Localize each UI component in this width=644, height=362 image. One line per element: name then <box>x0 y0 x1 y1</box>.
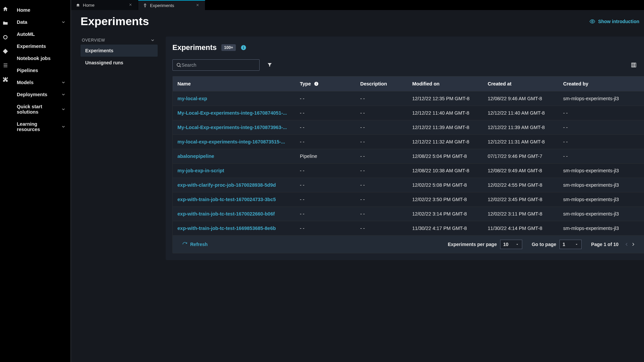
cell-type: - - <box>295 106 356 120</box>
chevron-down-icon <box>61 107 66 112</box>
cell-desc: - - <box>356 192 408 207</box>
cell-name[interactable]: my-job-exp-in-script <box>173 164 295 178</box>
per-page-select[interactable]: 10 <box>500 240 522 249</box>
table-row[interactable]: exp-with-train-job-tc-test-1670024733-3b… <box>173 192 644 207</box>
cell-type: - - <box>295 178 356 192</box>
cell-type: - - <box>295 120 356 135</box>
cell-modified: 11/30/22 4:17 PM GMT-8 <box>408 221 483 236</box>
nav-item-automl[interactable]: AutoML <box>11 28 70 40</box>
filter-icon[interactable] <box>267 62 273 68</box>
nav-item-notebook-jobs[interactable]: Notebook jobs <box>11 52 70 64</box>
close-icon[interactable] <box>128 3 133 7</box>
column-header-name[interactable]: Name <box>173 76 295 92</box>
table-row[interactable]: exp-with-train-job-tc-test-1670022660-b0… <box>173 207 644 221</box>
cell-by: sm-mlops-experiments-jl3 <box>558 221 644 236</box>
svg-line-13 <box>180 66 181 67</box>
column-header-created-at[interactable]: Created at <box>483 76 558 92</box>
table-row[interactable]: My-Local-Exp-experiments-integ-167087396… <box>173 120 644 135</box>
column-header-description[interactable]: Description <box>356 76 408 92</box>
tab-home[interactable]: Home <box>71 0 138 10</box>
svg-point-8 <box>592 20 593 22</box>
experiments-card: Experiments 100+ <box>166 37 644 260</box>
puzzle-icon[interactable] <box>2 76 8 82</box>
nav-item-experiments[interactable]: Experiments <box>11 40 70 52</box>
diamond-icon[interactable] <box>2 48 8 54</box>
table-row[interactable]: my-job-exp-in-script- -- -12/08/22 10:38… <box>173 164 644 178</box>
prev-page-button[interactable] <box>623 241 630 248</box>
table-row[interactable]: exp-with-clarify-proc-job-1670028938-5d9… <box>173 178 644 192</box>
overview-item-experiments[interactable]: Experiments <box>80 45 158 57</box>
cell-name[interactable]: exp-with-train-job-tc-test-1670022660-b0… <box>173 207 295 221</box>
cell-created: 12/12/22 11:40 AM GMT-8 <box>483 106 558 120</box>
nav-item-pipelines[interactable]: Pipelines <box>11 64 70 76</box>
show-introduction-label: Show introduction <box>598 19 639 24</box>
list-icon[interactable] <box>2 62 8 68</box>
cell-created: 07/17/22 9:46 PM GMT-7 <box>483 149 558 164</box>
folder-icon[interactable] <box>2 20 8 26</box>
cell-name[interactable]: my-local-exp-experiments-integ-167087351… <box>173 135 295 149</box>
cell-created: 12/02/22 4:55 PM GMT-8 <box>483 178 558 192</box>
cell-name[interactable]: My-Local-Exp-experiments-integ-167087396… <box>173 120 295 135</box>
table-row[interactable]: abalonepipelinePipeline- -12/08/22 5:04 … <box>173 149 644 164</box>
refresh-button[interactable]: Refresh <box>182 242 208 247</box>
svg-rect-16 <box>635 63 636 67</box>
table-row[interactable]: My-Local-Exp-experiments-integ-167087405… <box>173 106 644 120</box>
cell-name[interactable]: exp-with-train-job-tc-test-1669853685-8e… <box>173 221 295 236</box>
cell-name[interactable]: exp-with-clarify-proc-job-1670028938-5d9… <box>173 178 295 192</box>
tab-experiments[interactable]: Experiments <box>138 0 205 10</box>
search-icon <box>176 62 181 68</box>
cell-by: sm-mlops-experiments-jl3 <box>558 178 644 192</box>
columns-icon[interactable] <box>631 62 637 68</box>
column-header-label: Created at <box>488 81 512 86</box>
svg-rect-14 <box>632 63 633 67</box>
cell-by: sm-mlops-experiments-jl3 <box>558 207 644 221</box>
count-badge: 100+ <box>221 44 236 51</box>
search-input-wrapper[interactable] <box>172 59 260 71</box>
overview-header[interactable]: OVERVIEW <box>80 37 158 45</box>
column-header-type[interactable]: Type <box>295 76 356 92</box>
nav-item-label: Experiments <box>17 44 46 49</box>
nav-item-label: Notebook jobs <box>17 56 51 61</box>
nav-item-label: Deployments <box>17 92 47 97</box>
chevron-down-icon <box>150 38 155 43</box>
column-header-created-by[interactable]: Created by <box>558 76 644 92</box>
nav-item-quick-start-solutions[interactable]: Quick start solutions <box>11 101 70 118</box>
cell-desc: - - <box>356 164 408 178</box>
info-icon[interactable] <box>240 45 247 51</box>
cell-name[interactable]: exp-with-train-job-tc-test-1670024733-3b… <box>173 192 295 207</box>
nav-item-deployments[interactable]: Deployments <box>11 88 70 101</box>
cell-type: - - <box>295 221 356 236</box>
info-icon[interactable] <box>314 81 319 86</box>
table-row[interactable]: my-local-exp-experiments-integ-167087351… <box>173 135 644 149</box>
column-header-modified-on[interactable]: Modified on <box>408 76 483 92</box>
nav-item-learning-resources[interactable]: Learning resources <box>11 118 70 135</box>
search-input[interactable] <box>181 62 256 68</box>
cell-created: 12/02/22 3:45 PM GMT-8 <box>483 192 558 207</box>
cell-type: Pipeline <box>295 149 356 164</box>
refresh-icon <box>182 242 187 247</box>
svg-point-0 <box>4 36 7 39</box>
overview-header-label: OVERVIEW <box>82 38 105 43</box>
home-icon[interactable] <box>2 6 8 12</box>
table-row[interactable]: my-local-exp- -- -12/12/22 12:35 PM GMT-… <box>173 92 644 106</box>
overview-item-unassigned-runs[interactable]: Unassigned runs <box>80 57 158 69</box>
svg-rect-10 <box>243 47 244 49</box>
show-introduction-button[interactable]: Show introduction <box>589 18 641 24</box>
goto-page-select[interactable]: 1 <box>559 240 582 249</box>
tab-icon <box>76 3 80 7</box>
cell-name[interactable]: My-Local-Exp-experiments-integ-167087405… <box>173 106 295 120</box>
nav-item-home[interactable]: Home <box>11 4 70 16</box>
nav-item-label: Data <box>17 19 27 25</box>
nav-item-models[interactable]: Models <box>11 76 70 88</box>
table-row[interactable]: exp-with-train-job-tc-test-1669853685-8e… <box>173 221 644 236</box>
cell-name[interactable]: my-local-exp <box>173 92 295 106</box>
nav-item-data[interactable]: Data <box>11 16 70 28</box>
cell-modified: 12/02/22 5:08 PM GMT-8 <box>408 178 483 192</box>
experiments-table: NameTypeDescriptionModified onCreated at… <box>172 76 644 253</box>
per-page-label: Experiments per page <box>448 242 497 247</box>
circle-icon[interactable] <box>2 34 8 40</box>
cell-name[interactable]: abalonepipeline <box>173 149 295 164</box>
close-icon[interactable] <box>196 3 200 8</box>
next-page-button[interactable] <box>630 241 637 248</box>
table-footer: Refresh Experiments per page 10 Go to pa… <box>173 235 644 253</box>
